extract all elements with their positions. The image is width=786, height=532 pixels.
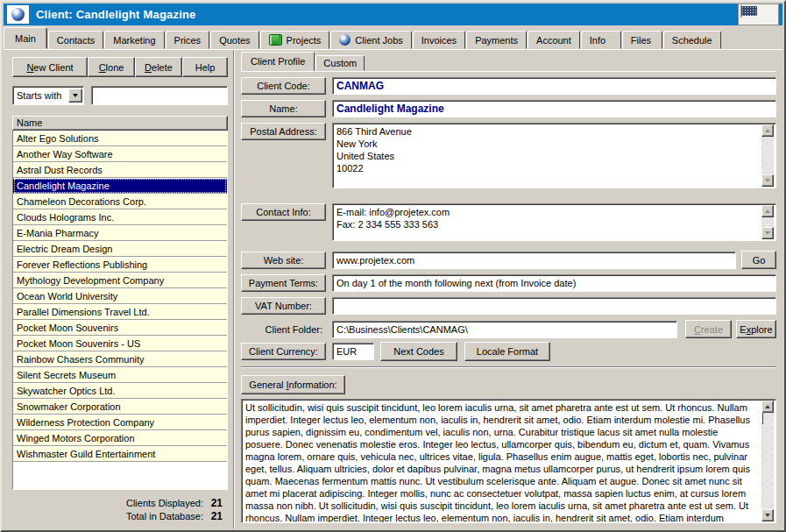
list-item[interactable]: Silent Secrets Museum <box>13 367 227 383</box>
contact-info-scrollbar[interactable] <box>761 205 775 239</box>
client-code-label-button[interactable]: Client Code: <box>241 77 326 95</box>
postal-address-field[interactable]: 866 Third Avenue New York United States … <box>333 124 761 188</box>
list-item[interactable]: Electric Dream Design <box>13 241 227 257</box>
clone-button[interactable]: Clone <box>88 57 135 77</box>
delete-button[interactable]: Delete <box>135 57 182 77</box>
general-information-scrollbar[interactable] <box>761 401 775 521</box>
scroll-up-button[interactable] <box>761 401 774 413</box>
vat-number-label-button[interactable]: VAT Number: <box>241 297 326 315</box>
list-item[interactable]: Ocean World University <box>13 288 227 304</box>
tab-invoices[interactable]: Invoices <box>413 31 465 49</box>
tab-label: Invoices <box>421 35 457 46</box>
scroll-up-button[interactable] <box>761 124 774 137</box>
client-list-header[interactable]: Name <box>12 116 228 131</box>
client-currency-label-button[interactable]: Client Currency: <box>241 343 326 360</box>
tab-info[interactable]: Info <box>581 31 621 49</box>
arrow-up-icon <box>765 209 770 213</box>
scrollbar-track <box>761 217 774 227</box>
locale-format-button[interactable]: Locale Format <box>464 342 550 361</box>
scroll-down-button[interactable] <box>761 174 774 187</box>
scroll-down-button[interactable] <box>761 227 774 239</box>
app-window: Client: Candlelight Magazine MainContact… <box>0 0 786 532</box>
scrollbar-track <box>761 137 774 174</box>
next-codes-button[interactable]: Next Codes <box>380 342 457 361</box>
list-item[interactable]: Rainbow Chasers Community <box>13 351 227 367</box>
scrollbar-thumb[interactable] <box>761 412 763 424</box>
subtab-client-profile[interactable]: Client Profile <box>241 52 315 71</box>
chevron-down-icon <box>73 94 78 97</box>
web-site-input[interactable] <box>332 252 736 269</box>
list-item[interactable]: Wishmaster Guild Entertainment <box>13 446 227 462</box>
client-profile-body: Client Code: Name: Postal Address: 866 T… <box>241 71 776 523</box>
list-item[interactable]: Wilderness Protection Company <box>13 415 227 430</box>
list-item[interactable]: Clouds Holograms Inc. <box>13 209 227 225</box>
tab-payments[interactable]: Payments <box>466 31 527 49</box>
tab-account[interactable]: Account <box>528 31 580 49</box>
list-item[interactable]: Parallel Dimensions Travel Ltd. <box>13 304 227 320</box>
section-divider <box>241 366 776 368</box>
list-item[interactable]: Winged Motors Corporation <box>13 430 227 446</box>
client-list: Name Alter Ego SolutionsAnother Way Soft… <box>12 116 228 490</box>
tab-quotes[interactable]: Quotes <box>210 31 258 49</box>
list-item[interactable]: Chameleon Decorations Corp. <box>13 194 227 209</box>
list-item[interactable]: Alter Ego Solutions <box>13 131 227 146</box>
tab-prices[interactable]: Prices <box>166 31 210 49</box>
client-list-panel: New Client Clone Delete Help Starts with… <box>4 50 234 528</box>
tab-main[interactable]: Main <box>4 27 47 49</box>
list-item[interactable]: Mythology Development Company <box>13 273 227 288</box>
arrow-down-icon <box>765 514 770 517</box>
client-actions-toolbar: New Client Clone Delete Help <box>12 57 228 77</box>
client-folder-input[interactable] <box>332 321 677 338</box>
general-information-field[interactable]: Ut sollicitudin, wisi quis suscipit tinc… <box>242 400 761 522</box>
list-item[interactable]: Candlelight Magazine <box>13 178 227 194</box>
list-item[interactable]: E-Mania Pharmacy <box>13 225 227 241</box>
tab-label: Contacts <box>57 35 95 46</box>
list-item[interactable]: Pocket Moon Souvenirs <box>13 320 227 336</box>
tab-label: Files <box>631 35 651 46</box>
search-input[interactable] <box>91 86 228 105</box>
scroll-down-button[interactable] <box>761 509 774 521</box>
clients-displayed-label: Clients Displayed: <box>126 497 203 510</box>
go-button[interactable]: Go <box>741 251 776 269</box>
postal-address-scrollbar[interactable] <box>761 124 775 187</box>
client-code-input[interactable] <box>332 77 776 95</box>
list-item[interactable]: Pocket Moon Souvenirs - US <box>13 336 227 351</box>
explore-folder-button[interactable]: Explore <box>736 320 776 338</box>
tab-contacts[interactable]: Contacts <box>48 31 103 49</box>
help-button[interactable]: Help <box>182 57 228 77</box>
payment-terms-input[interactable] <box>332 274 776 292</box>
filter-mode-select[interactable]: Starts with <box>12 86 84 105</box>
tab-marketing[interactable]: Marketing <box>104 31 164 49</box>
total-in-database-label: Total in Database: <box>126 510 203 523</box>
contact-info-field[interactable]: E-mail: info@projetex.com Fax: 2 334 555… <box>333 204 761 240</box>
general-information-label-button[interactable]: General Information: <box>241 375 345 394</box>
tab-label: Schedule <box>672 35 712 46</box>
subtab-custom[interactable]: Custom <box>315 55 365 71</box>
web-site-label-button[interactable]: Web site: <box>241 252 326 269</box>
tab-files[interactable]: Files <box>622 31 662 49</box>
scrollbar-track <box>761 413 774 509</box>
list-item[interactable]: Skywatcher Optics Ltd. <box>13 383 227 399</box>
list-item[interactable]: Another Way Software <box>13 146 227 162</box>
client-profile-panel: Client ProfileCustom Client Code: Name: … <box>234 50 782 528</box>
list-item[interactable]: Astral Dust Records <box>13 162 227 178</box>
main-tab-content: New Client Clone Delete Help Starts with… <box>4 49 782 528</box>
list-item[interactable]: Snowmaker Corporation <box>13 399 227 415</box>
globe-icon <box>11 8 25 21</box>
filter-dropdown-button[interactable] <box>68 89 82 103</box>
list-item[interactable]: Forever Reflections Publishing <box>13 257 227 273</box>
contact-info-label-button[interactable]: Contact Info: <box>241 203 326 221</box>
new-client-button[interactable]: New Client <box>12 57 88 77</box>
vat-number-input[interactable] <box>332 297 776 315</box>
tab-client-jobs[interactable]: Client Jobs <box>330 31 411 49</box>
tab-projects[interactable]: Projects <box>260 31 330 49</box>
postal-address-label-button[interactable]: Postal Address: <box>241 123 326 140</box>
arrow-up-icon <box>765 405 770 408</box>
payment-terms-label-button[interactable]: Payment Terms: <box>241 274 326 292</box>
client-name-label-button[interactable]: Name: <box>241 100 326 117</box>
client-currency-input[interactable] <box>332 343 374 360</box>
scroll-up-button[interactable] <box>761 205 774 217</box>
tab-schedule[interactable]: Schedule <box>663 31 721 49</box>
client-stats: Clients Displayed: 21 Total in Database:… <box>12 495 228 525</box>
client-name-input[interactable] <box>332 100 776 117</box>
